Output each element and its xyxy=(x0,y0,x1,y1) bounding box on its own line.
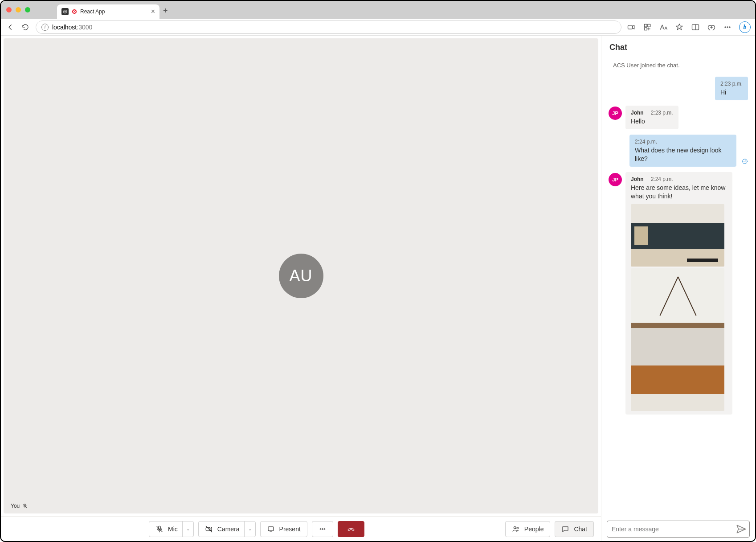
mic-options-button[interactable]: ⌄ xyxy=(182,521,193,537)
remote-avatar: AU xyxy=(279,254,323,298)
sender-name: John xyxy=(631,109,644,116)
people-icon xyxy=(512,525,520,533)
chat-input[interactable] xyxy=(612,526,735,533)
sender-avatar: JP xyxy=(609,107,622,120)
message-text: Hi xyxy=(720,88,743,97)
more-icon[interactable] xyxy=(723,23,732,32)
camera-button[interactable]: Camera ⌄ xyxy=(198,521,256,537)
svg-rect-2 xyxy=(648,24,650,27)
favorite-icon[interactable] xyxy=(675,23,684,32)
svg-point-13 xyxy=(514,526,516,529)
video-stage: AU You Mic ⌄ Camera ⌄ xyxy=(1,36,601,541)
self-label-text: You xyxy=(11,503,20,509)
chat-icon xyxy=(561,525,569,533)
toolbar-actions: b xyxy=(627,21,751,33)
message-row: 2:24 p.m. What does the new design look … xyxy=(609,135,748,167)
chat-label: Chat xyxy=(574,526,587,533)
message-attachments xyxy=(631,204,727,411)
mic-button[interactable]: Mic ⌄ xyxy=(149,521,194,537)
present-button[interactable]: Present xyxy=(260,521,307,537)
split-screen-icon[interactable] xyxy=(691,23,700,32)
read-receipt-icon xyxy=(742,158,748,166)
attachment-image[interactable] xyxy=(631,204,724,267)
camera-icon[interactable] xyxy=(627,23,636,32)
system-message: ACS User joined the chat. xyxy=(609,58,748,77)
attachment-image[interactable] xyxy=(631,268,724,411)
svg-point-7 xyxy=(729,27,730,28)
browser-toolbar: i localhost:3000 b xyxy=(1,19,755,36)
message-bubble: John2:24 p.m. Here are some ideas, let m… xyxy=(625,172,732,415)
refresh-button[interactable] xyxy=(20,22,30,32)
svg-rect-1 xyxy=(644,24,647,27)
svg-point-10 xyxy=(320,528,321,529)
sender-avatar: JP xyxy=(609,173,622,186)
message-row: 2:23 p.m. Hi xyxy=(609,77,748,100)
chat-panel: Chat ACS User joined the chat. 2:23 p.m.… xyxy=(601,36,755,541)
new-tab-button[interactable]: + xyxy=(163,6,168,16)
mic-off-icon xyxy=(155,525,163,533)
message-time: 2:24 p.m. xyxy=(651,176,673,183)
tab-favicon-icon: ⦿ xyxy=(61,8,69,15)
message-row: JP John2:23 p.m. Hello xyxy=(609,106,748,129)
url-text: localhost:3000 xyxy=(52,24,92,31)
message-bubble: 2:23 p.m. Hi xyxy=(715,77,748,100)
message-text: Hello xyxy=(631,117,673,126)
message-bubble: 2:24 p.m. What does the new design look … xyxy=(629,135,736,167)
minimize-window-button[interactable] xyxy=(16,7,21,12)
window-titlebar: ⦿ React App × + xyxy=(1,1,755,19)
message-time: 2:24 p.m. xyxy=(635,138,657,145)
svg-point-5 xyxy=(725,27,726,28)
message-text: What does the new design look like? xyxy=(635,146,731,163)
tab-title: React App xyxy=(80,8,147,15)
extensions-icon[interactable] xyxy=(643,23,652,32)
maximize-window-button[interactable] xyxy=(25,7,30,12)
message-time: 2:23 p.m. xyxy=(651,109,673,116)
people-button[interactable]: People xyxy=(505,521,551,537)
bing-chat-icon[interactable]: b xyxy=(739,21,751,33)
message-time: 2:23 p.m. xyxy=(720,80,743,87)
hangup-icon xyxy=(347,525,355,533)
chat-input-container xyxy=(607,521,750,538)
call-control-bar: Mic ⌄ Camera ⌄ Present xyxy=(1,516,601,541)
app-root: AU You Mic ⌄ Camera ⌄ xyxy=(1,36,755,541)
message-row: JP John2:24 p.m. Here are some ideas, le… xyxy=(609,172,748,415)
back-button[interactable] xyxy=(5,22,15,32)
send-button[interactable] xyxy=(735,523,747,535)
tab-close-button[interactable]: × xyxy=(151,8,155,16)
svg-point-12 xyxy=(324,528,325,529)
svg-point-15 xyxy=(743,159,748,164)
mic-muted-icon xyxy=(22,503,28,509)
chat-message-list[interactable]: ACS User joined the chat. 2:23 p.m. Hi J… xyxy=(607,58,750,517)
text-size-icon[interactable] xyxy=(659,23,668,32)
chat-title: Chat xyxy=(607,43,750,52)
svg-point-11 xyxy=(322,528,323,529)
site-info-icon[interactable]: i xyxy=(41,24,49,31)
sender-name: John xyxy=(631,176,644,183)
camera-options-button[interactable]: ⌄ xyxy=(244,521,255,537)
close-window-button[interactable] xyxy=(6,7,12,12)
more-options-button[interactable] xyxy=(312,521,333,537)
svg-rect-3 xyxy=(644,27,647,30)
chat-toggle-button[interactable]: Chat xyxy=(555,521,594,537)
present-icon xyxy=(267,525,275,533)
svg-rect-0 xyxy=(628,25,633,29)
camera-label: Camera xyxy=(217,526,240,533)
collections-icon[interactable] xyxy=(707,23,716,32)
remote-video-tile[interactable]: AU You xyxy=(4,38,598,513)
browser-tab[interactable]: ⦿ React App × xyxy=(57,4,159,19)
people-label: People xyxy=(524,526,544,533)
ellipsis-icon xyxy=(319,525,327,533)
svg-point-6 xyxy=(727,27,728,28)
hangup-button[interactable] xyxy=(338,521,364,537)
mic-label: Mic xyxy=(168,526,178,533)
message-text: Here are some ideas, let me know what yo… xyxy=(631,184,727,201)
camera-off-icon xyxy=(205,525,213,533)
recording-indicator-icon xyxy=(72,9,77,14)
present-label: Present xyxy=(279,526,301,533)
message-bubble: John2:23 p.m. Hello xyxy=(625,106,678,129)
traffic-lights xyxy=(6,7,30,12)
address-bar[interactable]: i localhost:3000 xyxy=(36,21,621,34)
self-video-label: You xyxy=(11,503,28,509)
svg-point-14 xyxy=(517,527,519,529)
